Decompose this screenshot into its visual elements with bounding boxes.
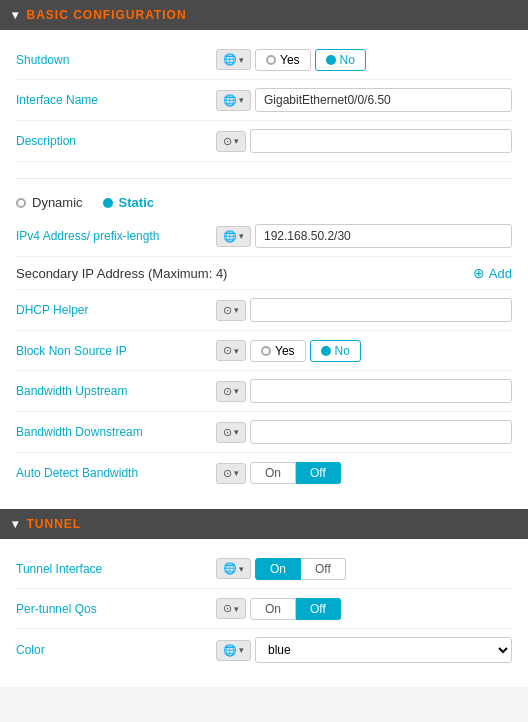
static-mode-option[interactable]: Static (103, 195, 154, 210)
block-icon-arrow: ▾ (234, 346, 239, 356)
tunnel-interface-off-btn[interactable]: Off (301, 558, 346, 580)
per-tunnel-off-btn[interactable]: Off (296, 598, 341, 620)
plus-icon: ⊕ (473, 265, 485, 281)
bw-up-icon-arrow: ▾ (234, 386, 239, 396)
per-tunnel-on-btn[interactable]: On (250, 598, 296, 620)
shutdown-radio-group: Yes No (255, 49, 366, 71)
dynamic-radio-dot (16, 198, 26, 208)
tunnel-interface-label: Tunnel Interface (16, 562, 216, 576)
block-yes-label: Yes (275, 344, 295, 358)
mode-selector: Dynamic Static (16, 185, 512, 216)
per-tunnel-qos-label: Per-tunnel Qos (16, 602, 216, 616)
tunnel-body: Tunnel Interface 🌐 ▾ On Off Per-tunnel Q… (0, 539, 528, 687)
ipv4-icon-arrow: ▾ (239, 231, 244, 241)
auto-detect-off-btn[interactable]: Off (296, 462, 341, 484)
tunnel-interface-row: Tunnel Interface 🌐 ▾ On Off (16, 549, 512, 589)
auto-detect-toggle-group: On Off (250, 462, 341, 484)
color-label: Color (16, 643, 216, 657)
globe-icon-4: 🌐 (223, 562, 237, 575)
check-icon-7: ⊙ (223, 602, 232, 615)
check-icon: ⊙ (223, 135, 232, 148)
block-yes-dot (261, 346, 271, 356)
dhcp-helper-input[interactable] (250, 298, 512, 322)
globe-icon-5: 🌐 (223, 644, 237, 657)
bandwidth-upstream-input[interactable] (250, 379, 512, 403)
bw-up-icon-btn[interactable]: ⊙ ▾ (216, 381, 246, 402)
description-icon-btn[interactable]: ⊙ ▾ (216, 131, 246, 152)
dhcp-icon-arrow: ▾ (234, 305, 239, 315)
desc-icon-arrow: ▾ (234, 136, 239, 146)
block-non-source-label: Block Non Source IP (16, 344, 216, 358)
globe-icon-2: 🌐 (223, 94, 237, 107)
auto-detect-icon-btn[interactable]: ⊙ ▾ (216, 463, 246, 484)
block-yes-option[interactable]: Yes (250, 340, 306, 362)
dynamic-label: Dynamic (32, 195, 83, 210)
bandwidth-downstream-control: ⊙ ▾ (216, 420, 512, 444)
tunnel-chevron[interactable]: ▾ (12, 517, 19, 531)
static-label: Static (119, 195, 154, 210)
color-select[interactable]: blue red green yellow (255, 637, 512, 663)
basic-config-chevron[interactable]: ▾ (12, 8, 19, 22)
block-icon-btn[interactable]: ⊙ ▾ (216, 340, 246, 361)
interface-name-icon-btn[interactable]: 🌐 ▾ (216, 90, 251, 111)
dhcp-icon-btn[interactable]: ⊙ ▾ (216, 300, 246, 321)
interface-name-input[interactable] (255, 88, 512, 112)
dynamic-mode-option[interactable]: Dynamic (16, 195, 83, 210)
secondary-ip-label: Secondary IP Address (Maximum: 4) (16, 266, 227, 281)
ipv4-label: IPv4 Address/ prefix-length (16, 229, 216, 243)
tunnel-interface-on-btn[interactable]: On (255, 558, 301, 580)
tunnel-interface-toggle-group: On Off (255, 558, 346, 580)
shutdown-row: Shutdown 🌐 ▾ Yes No (16, 40, 512, 80)
bandwidth-downstream-label: Bandwidth Downstream (16, 425, 216, 439)
shutdown-control: 🌐 ▾ Yes No (216, 49, 512, 71)
tunnel-header: ▾ TUNNEL (0, 509, 528, 539)
auto-detect-row: Auto Detect Bandwidth ⊙ ▾ On Off (16, 453, 512, 493)
ipv4-icon-btn[interactable]: 🌐 ▾ (216, 226, 251, 247)
basic-config-body: Shutdown 🌐 ▾ Yes No Interface Name (0, 30, 528, 509)
auto-detect-icon-arrow: ▾ (234, 468, 239, 478)
basic-config-header: ▾ BASIC CONFIGURATION (0, 0, 528, 30)
block-radio-group: Yes No (250, 340, 361, 362)
color-icon-arrow: ▾ (239, 645, 244, 655)
block-non-source-row: Block Non Source IP ⊙ ▾ Yes No (16, 331, 512, 371)
bandwidth-upstream-label: Bandwidth Upstream (16, 384, 216, 398)
color-icon-btn[interactable]: 🌐 ▾ (216, 640, 251, 661)
shutdown-yes-option[interactable]: Yes (255, 49, 311, 71)
block-non-source-control: ⊙ ▾ Yes No (216, 340, 512, 362)
check-icon-6: ⊙ (223, 467, 232, 480)
per-tunnel-icon-btn[interactable]: ⊙ ▾ (216, 598, 246, 619)
shutdown-icon-arrow: ▾ (239, 55, 244, 65)
bandwidth-upstream-control: ⊙ ▾ (216, 379, 512, 403)
auto-detect-control: ⊙ ▾ On Off (216, 462, 512, 484)
description-input[interactable] (250, 129, 512, 153)
ipv4-input[interactable] (255, 224, 512, 248)
bandwidth-downstream-input[interactable] (250, 420, 512, 444)
interface-name-label: Interface Name (16, 93, 216, 107)
dhcp-helper-control: ⊙ ▾ (216, 298, 512, 322)
shutdown-no-option[interactable]: No (315, 49, 366, 71)
auto-detect-on-btn[interactable]: On (250, 462, 296, 484)
interface-icon-arrow: ▾ (239, 95, 244, 105)
interface-name-control: 🌐 ▾ (216, 88, 512, 112)
globe-icon-3: 🌐 (223, 230, 237, 243)
tunnel-interface-icon-btn[interactable]: 🌐 ▾ (216, 558, 251, 579)
check-icon-2: ⊙ (223, 304, 232, 317)
block-no-dot (321, 346, 331, 356)
check-icon-4: ⊙ (223, 385, 232, 398)
tunnel-interface-icon-arrow: ▾ (239, 564, 244, 574)
ipv4-row: IPv4 Address/ prefix-length 🌐 ▾ (16, 216, 512, 257)
auto-detect-label: Auto Detect Bandwidth (16, 466, 216, 480)
static-radio-dot (103, 198, 113, 208)
bandwidth-downstream-row: Bandwidth Downstream ⊙ ▾ (16, 412, 512, 453)
shutdown-no-label: No (340, 53, 355, 67)
bw-down-icon-btn[interactable]: ⊙ ▾ (216, 422, 246, 443)
color-row: Color 🌐 ▾ blue red green yellow (16, 629, 512, 671)
globe-icon: 🌐 (223, 53, 237, 66)
basic-config-title: BASIC CONFIGURATION (27, 8, 187, 22)
description-row: Description ⊙ ▾ (16, 121, 512, 162)
shutdown-icon-btn[interactable]: 🌐 ▾ (216, 49, 251, 70)
secondary-ip-add[interactable]: ⊕ Add (473, 265, 512, 281)
shutdown-yes-label: Yes (280, 53, 300, 67)
block-no-option[interactable]: No (310, 340, 361, 362)
secondary-ip-row: Secondary IP Address (Maximum: 4) ⊕ Add (16, 257, 512, 290)
